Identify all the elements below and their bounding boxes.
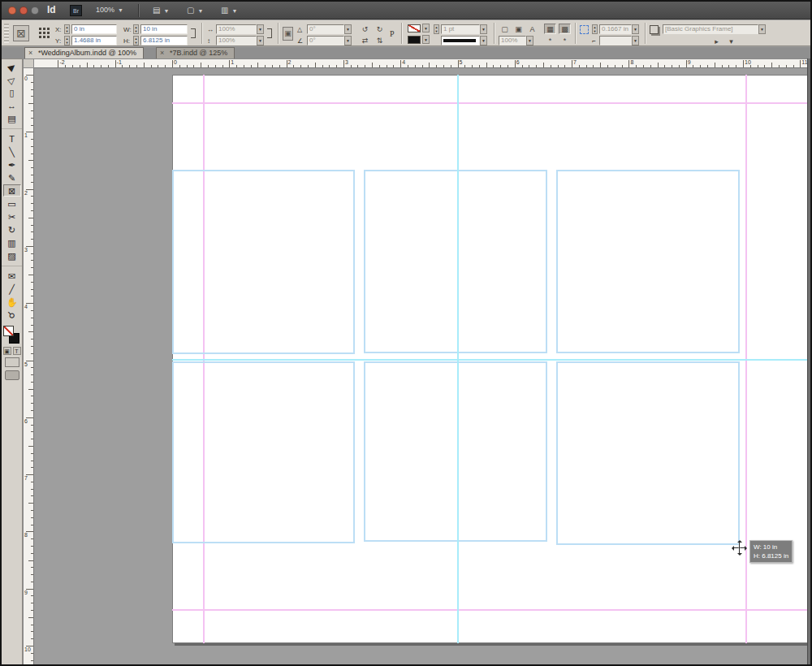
rotation-field[interactable]: 0°: [307, 24, 344, 34]
tab-weddingalbum[interactable]: × *WeddingAlbum.indd @ 100%: [24, 47, 144, 58]
y-field[interactable]: 1.4688 in: [71, 36, 117, 45]
stroke-weight-stepper[interactable]: ▲▼: [434, 24, 439, 34]
stroke-type-dropdown[interactable]: [441, 36, 480, 45]
minimize-window-button[interactable]: [19, 6, 28, 15]
scale-x-dropdown-icon[interactable]: ▼: [257, 24, 264, 34]
stroke-weight-dropdown-icon[interactable]: ▼: [480, 24, 487, 34]
w-stepper[interactable]: ▲▼: [133, 24, 139, 34]
panel-grip[interactable]: [4, 24, 9, 43]
shear-dropdown-icon[interactable]: ▼: [344, 36, 352, 45]
line-tool[interactable]: ╲: [3, 145, 21, 158]
wrap-around-box-button[interactable]: ▩: [559, 24, 571, 34]
opacity-dropdown-icon[interactable]: ▼: [526, 36, 533, 45]
corner-options-button[interactable]: ▢: [499, 24, 511, 34]
gradient-swatch-tool[interactable]: ▥: [3, 236, 21, 249]
arrange-documents-menu[interactable]: ▥▼: [218, 4, 240, 17]
ruler-number: 1: [231, 59, 234, 65]
opacity-field[interactable]: 100%: [499, 36, 526, 45]
zoom-level-dropdown[interactable]: 100%▼: [96, 6, 123, 14]
rectangle-frame-tool[interactable]: ⊠: [3, 184, 21, 197]
gap-tool[interactable]: ↔: [3, 99, 21, 111]
stroke-color-dropdown-icon[interactable]: ▼: [422, 24, 430, 32]
stroke-color-swatch[interactable]: [408, 24, 421, 32]
flip-horizontal-button[interactable]: ⇄: [359, 35, 371, 45]
x-field[interactable]: 0 in: [71, 24, 117, 34]
graphics-frame[interactable]: [172, 361, 355, 543]
h-stepper[interactable]: ▲▼: [133, 36, 139, 45]
formatting-affects-text-button[interactable]: T: [13, 347, 21, 355]
scale-y-dropdown-icon[interactable]: ▼: [257, 36, 264, 45]
rectangle-tool[interactable]: ▭: [3, 197, 21, 210]
bridge-icon[interactable]: Br: [70, 5, 82, 16]
selection-tool[interactable]: ▶: [3, 60, 21, 72]
fill-stroke-control[interactable]: [3, 326, 21, 345]
scale-y-field[interactable]: 100%: [216, 36, 257, 45]
rotate-cw-button[interactable]: ↻: [374, 24, 386, 34]
object-style-dropdown-icon[interactable]: ▼: [758, 24, 766, 34]
corner-size-stepper[interactable]: ▲▼: [592, 24, 598, 34]
fx-button[interactable]: *: [544, 35, 556, 45]
formatting-affects-container-button[interactable]: ▣: [3, 347, 11, 355]
pencil-tool[interactable]: ✎: [3, 171, 21, 184]
scissors-tool[interactable]: ✂: [3, 210, 21, 223]
ruler-origin-box[interactable]: [23, 58, 34, 68]
note-tool[interactable]: ✉: [3, 270, 21, 282]
shear-field[interactable]: 0°: [307, 36, 344, 45]
ruler-tick: [31, 631, 33, 632]
fill-color-dropdown-icon[interactable]: ▼: [422, 35, 430, 44]
corner-shape-field[interactable]: [599, 36, 632, 45]
screen-mode-button[interactable]: [5, 370, 19, 380]
no-text-wrap-button[interactable]: ▦: [544, 24, 556, 34]
pen-tool[interactable]: ✒: [3, 158, 21, 171]
corner-size-field[interactable]: 0.1667 in: [599, 24, 632, 34]
fx-content-button[interactable]: *: [559, 35, 571, 45]
ruler-guide-horizontal[interactable]: [172, 359, 808, 361]
y-stepper[interactable]: ▲▼: [64, 36, 70, 45]
h-field[interactable]: 6.8125 in: [140, 36, 188, 45]
tab-close-icon[interactable]: ×: [160, 48, 164, 58]
apply-none-button[interactable]: [5, 357, 19, 367]
stroke-weight-field[interactable]: 1 pt: [441, 24, 480, 34]
x-stepper[interactable]: ▲▼: [64, 24, 70, 34]
fill-swatch-none[interactable]: [3, 326, 14, 336]
tab-7b[interactable]: × *7B.indd @ 125%: [156, 47, 235, 58]
eyedropper-tool[interactable]: ╱: [3, 283, 21, 295]
screen-mode-menu[interactable]: ▢▼: [184, 4, 206, 17]
zoom-tool[interactable]: ⚲: [3, 309, 21, 321]
corner-size-dropdown-icon[interactable]: ▼: [632, 24, 639, 34]
flip-vertical-button[interactable]: ⇅: [374, 35, 386, 45]
gradient-feather-tool[interactable]: ▨: [3, 249, 21, 262]
graphics-frame[interactable]: [556, 361, 740, 545]
fill-color-swatch[interactable]: [408, 36, 421, 44]
free-transform-tool[interactable]: ↻: [3, 223, 21, 236]
graphics-frame[interactable]: [364, 361, 547, 542]
content-collector-tool[interactable]: ▤: [3, 112, 21, 124]
type-tool[interactable]: T: [3, 132, 21, 145]
graphics-frame[interactable]: [172, 170, 355, 354]
scale-x-field[interactable]: 100%: [216, 24, 257, 34]
vertical-ruler[interactable]: 012345678910: [23, 68, 34, 666]
quick-apply-button[interactable]: ▸: [711, 36, 722, 46]
w-field[interactable]: 10 in: [140, 24, 188, 34]
tab-close-icon[interactable]: ×: [28, 48, 32, 58]
page-tool[interactable]: ▯: [3, 86, 21, 98]
drop-shadow-button[interactable]: A: [526, 24, 538, 34]
reference-point-proxy[interactable]: [39, 28, 50, 38]
hand-tool[interactable]: ✋: [3, 296, 21, 308]
horizontal-ruler[interactable]: -2-101234567891011: [34, 58, 807, 68]
constrain-scale-link-icon[interactable]: [267, 28, 272, 38]
close-window-button[interactable]: [8, 6, 16, 15]
corner-shape-dropdown-icon[interactable]: ▼: [632, 36, 639, 45]
zoom-window-button[interactable]: [31, 6, 39, 15]
object-style-dropdown[interactable]: [Basic Graphics Frame]: [663, 24, 758, 34]
view-options-menu[interactable]: ▤▼: [149, 4, 172, 17]
stroke-type-dropdown-icon[interactable]: ▼: [480, 36, 487, 45]
graphics-frame[interactable]: [556, 170, 740, 353]
constrain-proportions-link-icon[interactable]: [191, 28, 196, 38]
direct-selection-tool[interactable]: ▷: [3, 73, 21, 85]
object-effects-button[interactable]: ▣: [512, 24, 525, 34]
rotation-dropdown-icon[interactable]: ▼: [344, 24, 352, 34]
control-panel-menu-icon[interactable]: ▾: [726, 36, 736, 46]
rotate-ccw-button[interactable]: ↺: [359, 24, 371, 34]
graphics-frame[interactable]: [364, 170, 547, 353]
